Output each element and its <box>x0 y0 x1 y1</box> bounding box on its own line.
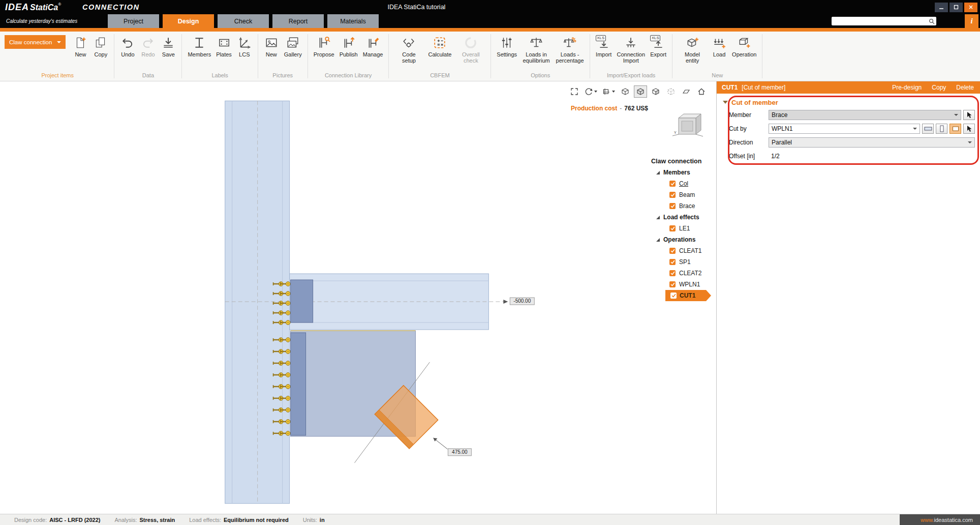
cut-by-plate-vertical-button[interactable] <box>936 124 947 134</box>
plates-labels-button[interactable]: Plates <box>214 34 234 59</box>
new-load-button[interactable]: Load <box>710 34 729 59</box>
checkbox-checked-icon[interactable] <box>669 181 676 187</box>
lcs-labels-button[interactable]: LCS <box>235 34 254 59</box>
checkbox-checked-icon[interactable] <box>669 270 676 276</box>
transparent-view-button[interactable] <box>664 85 678 98</box>
members-labels-button[interactable]: Members <box>186 34 213 59</box>
dimension-475-label: 475.00 <box>433 438 471 456</box>
save-button[interactable]: Save <box>159 34 178 59</box>
redo-icon <box>140 35 156 50</box>
svg-text:-500.00: -500.00 <box>513 298 531 304</box>
xls-import-icon: XLS <box>596 35 611 50</box>
cut-by-dropdown[interactable]: WPLN1 <box>769 124 920 134</box>
copy-project-button[interactable]: Copy <box>91 34 110 59</box>
tree-section-members[interactable]: Members <box>635 167 711 178</box>
tree-item-wpln1[interactable]: WPLN1 <box>635 279 711 290</box>
wireframe-view-button[interactable] <box>619 85 632 98</box>
checkbox-checked-icon[interactable] <box>669 248 676 254</box>
tab-materials[interactable]: Materials <box>327 14 379 28</box>
expander-icon[interactable] <box>656 238 660 242</box>
tree-item-col[interactable]: Col <box>635 178 711 189</box>
gallery-button[interactable]: Gallery <box>282 34 304 59</box>
expander-icon[interactable] <box>656 216 660 219</box>
cursor-icon <box>966 111 972 119</box>
checkbox-checked-icon[interactable] <box>669 281 676 287</box>
propose-button[interactable]: Propose <box>312 34 336 59</box>
pre-design-button[interactable]: Pre-design <box>892 84 922 91</box>
tree-item-le1[interactable]: LE1 <box>635 223 711 234</box>
fit-view-button[interactable] <box>568 85 581 98</box>
cleat-plate-bottom[interactable] <box>291 333 306 435</box>
checkbox-checked-icon[interactable] <box>669 225 676 231</box>
direction-field-row: Direction Parallel <box>717 135 980 149</box>
search-box[interactable] <box>832 17 936 25</box>
minimize-button[interactable] <box>935 3 948 12</box>
cut-by-plate-horizontal-button[interactable] <box>922 124 934 134</box>
solid-view-button[interactable] <box>634 85 647 98</box>
tree-item-cut1-selected[interactable]: CUT1 <box>665 290 711 301</box>
tree-section-operations[interactable]: Operations <box>635 234 711 245</box>
checkbox-checked-icon[interactable] <box>670 293 677 299</box>
checkbox-checked-icon[interactable] <box>669 192 676 198</box>
publish-button[interactable]: Publish <box>338 34 360 59</box>
search-input[interactable] <box>832 17 927 25</box>
delete-operation-button[interactable]: Delete <box>956 84 974 91</box>
undo-button[interactable]: Undo <box>118 34 137 59</box>
collapse-icon[interactable] <box>723 101 728 104</box>
tree-section-load-effects[interactable]: Load effects <box>635 212 711 223</box>
model-canvas[interactable]: -500.00 475.00 Production cost-762 US$ <box>0 81 717 514</box>
tree-item-sp1[interactable]: SP1 <box>635 256 711 268</box>
checkbox-checked-icon[interactable] <box>669 259 676 265</box>
tree-item-beam[interactable]: Beam <box>635 189 711 200</box>
section-view-button[interactable] <box>601 85 617 98</box>
offset-input[interactable] <box>769 151 975 161</box>
tree-item-cleat2[interactable]: CLEAT2 <box>635 268 711 279</box>
tab-check[interactable]: Check <box>218 14 269 28</box>
cut-by-workplane-button[interactable] <box>950 124 961 134</box>
search-icon[interactable] <box>927 18 936 24</box>
tree-item-cleat1[interactable]: CLEAT1 <box>635 245 711 256</box>
cut-by-pick-button[interactable] <box>963 124 975 134</box>
tab-design[interactable]: Design <box>163 14 214 28</box>
section-cut-of-member[interactable]: Cut of member <box>717 97 980 108</box>
workplane-button[interactable] <box>680 85 693 98</box>
xls-export-button[interactable]: XLS Export <box>648 34 668 59</box>
copy-operation-button[interactable]: Copy <box>932 84 946 91</box>
expander-icon[interactable] <box>656 171 660 174</box>
member-pick-button[interactable] <box>963 110 975 120</box>
new-operation-button[interactable]: Operation <box>730 34 758 59</box>
navigation-cube[interactable]: Y <box>671 111 704 137</box>
settings-button[interactable]: Settings <box>495 34 519 59</box>
loads-in-equilibrium-button[interactable]: Loads in equilibrium <box>520 34 553 65</box>
checkbox-checked-icon[interactable] <box>669 203 676 209</box>
tree-item-brace[interactable]: Brace <box>635 200 711 212</box>
status-analysis: Analysis:Stress, strain <box>114 517 175 523</box>
orbit-view-button[interactable] <box>583 85 599 98</box>
info-button[interactable]: i <box>965 14 978 28</box>
xls-import-button[interactable]: XLS Import <box>594 34 614 59</box>
home-view-button[interactable] <box>695 85 708 98</box>
loads-percentage-button[interactable]: Loads - percentage <box>554 34 586 65</box>
maximize-button[interactable] <box>950 3 963 12</box>
connection-selector[interactable]: Claw connection <box>5 35 66 49</box>
status-load-effects: Load effects:Equilibrium not required <box>189 517 289 523</box>
cleat-plate-top[interactable] <box>291 280 313 323</box>
connection-import-button[interactable]: Connection Import <box>615 34 647 65</box>
xls-export-icon: XLS <box>651 35 666 50</box>
new-project-button[interactable]: New <box>71 34 90 59</box>
manage-button[interactable]: Manage <box>361 34 385 59</box>
website-link[interactable]: www.ideastatica.com <box>900 514 980 525</box>
code-setup-button[interactable]: Code setup <box>392 34 425 65</box>
direction-dropdown[interactable]: Parallel <box>769 137 975 148</box>
tab-report[interactable]: Report <box>272 14 324 28</box>
model-3d-view[interactable]: -500.00 475.00 <box>0 81 716 514</box>
tab-project[interactable]: Project <box>108 14 159 28</box>
calculate-button[interactable]: Calculate <box>426 34 453 59</box>
new-picture-button[interactable]: New <box>262 34 281 59</box>
status-design-code: Design code:AISC - LRFD (2022) <box>14 517 100 523</box>
production-cost-label: Production cost <box>571 105 617 112</box>
close-button[interactable] <box>964 3 977 12</box>
model-entity-button[interactable]: Model entity <box>676 34 709 65</box>
member-dropdown[interactable]: Brace <box>769 110 961 120</box>
shaded-view-button[interactable] <box>649 85 662 98</box>
